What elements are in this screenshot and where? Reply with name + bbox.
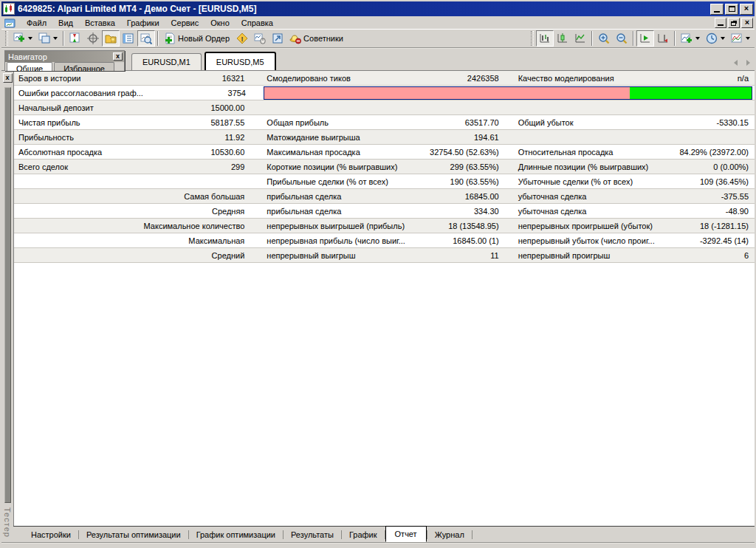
report-cell-pair: непрерывный проигрыш6 bbox=[514, 248, 755, 262]
restore-icon bbox=[731, 21, 736, 26]
report-value: 109 (36.45%) bbox=[700, 177, 755, 186]
bar-chart-button[interactable] bbox=[536, 30, 554, 47]
report-value: Средний bbox=[212, 251, 263, 260]
report-cell-pair: Смоделировано тиков2426358 bbox=[262, 71, 513, 85]
report-value: 3754 bbox=[228, 89, 264, 97]
dropdown-caret-icon bbox=[721, 37, 725, 40]
line-chart-button[interactable] bbox=[571, 30, 589, 47]
menu-view[interactable]: Вид bbox=[52, 17, 79, 29]
report-cell-pair: Матожидание выигрыша194.61 bbox=[262, 130, 513, 144]
tab-scroll-left-icon[interactable] bbox=[734, 60, 738, 66]
strategy-tester-panel: x Тестер Баров в истории16321Смоделирова… bbox=[1, 71, 755, 542]
toolbar-grip[interactable] bbox=[531, 31, 534, 46]
chart-shift-button[interactable] bbox=[654, 30, 672, 47]
tester-tab[interactable]: Журнал bbox=[427, 528, 472, 541]
tester-tab[interactable]: Настройки bbox=[24, 528, 78, 541]
report-value: 16321 bbox=[222, 74, 263, 83]
report-label: Короткие позиции (% выигравших) bbox=[262, 162, 450, 171]
chart-document-icon bbox=[4, 18, 16, 28]
fullscreen-icon bbox=[272, 32, 284, 44]
data-window-button[interactable] bbox=[84, 30, 102, 47]
navigator-title-bar[interactable]: Навигатор x bbox=[5, 51, 124, 62]
window-title: 6429825: Alpari Limited MT4 - Демо Счет … bbox=[18, 4, 707, 14]
report-value: 299 (63.55%) bbox=[450, 162, 514, 171]
candlestick-button[interactable] bbox=[554, 30, 571, 47]
expert-advisors-button[interactable]: Советники bbox=[286, 30, 347, 47]
quality-bar bbox=[264, 86, 752, 100]
tester-tab[interactable]: График оптимизации bbox=[189, 528, 283, 541]
new-order-button[interactable]: Новый Ордер bbox=[161, 30, 233, 47]
tester-tab[interactable]: Отчет bbox=[385, 526, 427, 542]
line-chart-icon bbox=[574, 32, 586, 44]
report-value: Максимальная bbox=[188, 236, 262, 245]
autoscroll-button[interactable] bbox=[636, 30, 654, 47]
report-cell-pair: Общий убыток-5330.15 bbox=[514, 115, 755, 129]
report-value: -3292.45 (14) bbox=[700, 236, 755, 245]
tester-tab[interactable]: Результаты bbox=[284, 528, 341, 541]
report-cell-pair bbox=[514, 130, 755, 144]
menu-file[interactable]: Файл bbox=[21, 17, 52, 29]
report-label: непрерывных выигрышей (прибыль) bbox=[262, 222, 448, 230]
report-cell-pair: Максимальная bbox=[14, 233, 262, 247]
metaeditor-icon: ! bbox=[236, 32, 248, 44]
report-value: 11 bbox=[490, 251, 513, 260]
quality-bar-green-segment bbox=[630, 87, 752, 99]
child-minimize-button[interactable] bbox=[715, 18, 726, 28]
metaeditor-button[interactable]: ! bbox=[233, 30, 251, 47]
report-value: 84.29% (23972.00) bbox=[679, 148, 755, 157]
tester-tab[interactable]: График bbox=[342, 528, 385, 541]
report-label: Ошибки рассогласования граф... bbox=[14, 89, 228, 97]
report-value: 6 bbox=[744, 251, 755, 260]
navigator-button[interactable] bbox=[102, 30, 120, 47]
child-close-button[interactable]: × bbox=[741, 18, 753, 28]
report-label: Общий убыток bbox=[514, 118, 717, 127]
indicators-button[interactable] bbox=[678, 30, 703, 47]
report-cell-pair: Короткие позиции (% выигравших)299 (63.5… bbox=[262, 160, 513, 174]
report-empty-area bbox=[13, 263, 755, 526]
menu-charts[interactable]: Графики bbox=[121, 17, 165, 29]
menu-insert[interactable]: Вставка bbox=[79, 17, 121, 29]
templates-icon bbox=[731, 32, 743, 44]
zoom-in-button[interactable] bbox=[595, 30, 613, 47]
maximize-button[interactable] bbox=[725, 4, 738, 15]
menu-service[interactable]: Сервис bbox=[165, 17, 205, 29]
fullscreen-button[interactable] bbox=[269, 30, 286, 47]
zoom-out-button[interactable] bbox=[613, 30, 630, 47]
autoscroll-icon bbox=[639, 32, 651, 44]
tester-tab[interactable]: Результаты оптимизации bbox=[79, 528, 188, 541]
navigator-tab[interactable]: Избранное bbox=[54, 62, 114, 71]
dropdown-caret-icon bbox=[695, 37, 700, 40]
strategy-tester-icon bbox=[140, 32, 152, 44]
tester-drag-grip[interactable] bbox=[4, 87, 11, 503]
menu-window[interactable]: Окно bbox=[205, 17, 236, 29]
menu-bar: ФайлВидВставкаГрафикиСервисОкноСправка × bbox=[1, 16, 755, 30]
terminal-button[interactable] bbox=[120, 30, 137, 47]
child-restore-button[interactable] bbox=[728, 18, 740, 28]
market-watch-button[interactable] bbox=[66, 30, 84, 47]
minimize-icon bbox=[718, 24, 724, 26]
toolbar-separator bbox=[157, 31, 159, 46]
chart-tab[interactable]: EURUSD,M5 bbox=[205, 52, 276, 70]
chart-mouse-button[interactable] bbox=[251, 30, 269, 47]
report-cell-pair: Самая большая bbox=[14, 189, 262, 203]
strategy-tester-button[interactable] bbox=[137, 30, 155, 47]
toolbar-grip[interactable] bbox=[5, 31, 8, 46]
report-cell-pair: убыточная сделка-48.90 bbox=[514, 204, 755, 218]
status-bar bbox=[1, 542, 755, 548]
tester-close-button[interactable]: x bbox=[3, 73, 13, 83]
templates-button[interactable] bbox=[728, 30, 753, 47]
minimize-button[interactable] bbox=[710, 4, 724, 15]
profiles-button[interactable] bbox=[35, 30, 61, 47]
navigator-close-button[interactable]: x bbox=[113, 52, 123, 61]
menu-help[interactable]: Справка bbox=[236, 17, 279, 29]
report-label: Качество моделирования bbox=[514, 74, 738, 83]
toolbar-separator bbox=[591, 31, 593, 46]
close-button[interactable]: × bbox=[740, 4, 753, 15]
tab-scroll-right-icon[interactable] bbox=[746, 60, 750, 66]
navigator-tab[interactable]: Общие bbox=[7, 62, 52, 71]
periods-button[interactable] bbox=[703, 30, 728, 47]
chart-tab[interactable]: EURUSD,M1 bbox=[131, 53, 202, 70]
expert-advisors-label: Советники bbox=[303, 34, 344, 43]
new-chart-button[interactable] bbox=[10, 30, 35, 47]
report-value: -375.55 bbox=[721, 192, 755, 201]
